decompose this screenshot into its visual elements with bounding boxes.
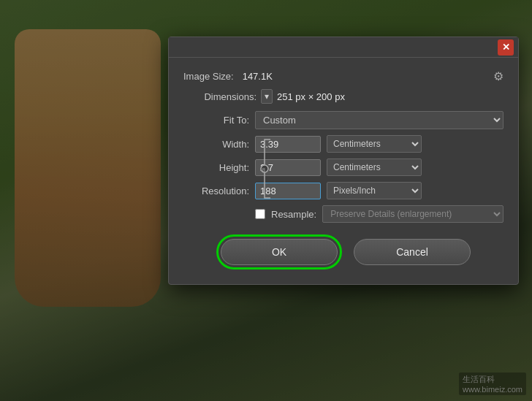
dimensions-label: Dimensions: (183, 91, 256, 102)
settings-icon[interactable]: ⚙ (493, 69, 503, 83)
dialog-buttons: OK Cancel (183, 234, 503, 270)
close-button[interactable]: ✕ (498, 39, 514, 56)
fit-to-dropdown[interactable]: Custom Original Size Letter Legal A4 (255, 111, 503, 129)
image-size-dialog: ✕ Image Size: 147.1K ⚙ Dimensions: ▾ 251… (168, 37, 519, 285)
svg-text:8: 8 (262, 167, 266, 173)
fit-to-row: Fit To: Custom Original Size Letter Lega… (183, 111, 503, 129)
resolution-row: Resolution: Pixels/Inch Pixels/Centimete… (183, 182, 503, 199)
cancel-button[interactable]: Cancel (354, 239, 471, 265)
image-size-label: Image Size: (183, 71, 234, 82)
dimensions-row: Dimensions: ▾ 251 px × 200 px (183, 89, 503, 104)
ok-button-highlight: OK (216, 234, 342, 270)
width-label: Width: (183, 139, 249, 150)
resample-row: Resample: Preserve Details (enlargement)… (183, 205, 503, 223)
link-bracket-icon: 8 (259, 137, 273, 202)
ok-button[interactable]: OK (221, 239, 338, 265)
height-label: Height: (183, 162, 249, 173)
resample-checkbox[interactable] (255, 209, 265, 219)
dimensions-unit-dropdown[interactable]: ▾ (261, 89, 273, 104)
height-unit-dropdown[interactable]: Centimeters Inches Pixels Millimeters (327, 159, 422, 176)
width-unit-dropdown[interactable]: Centimeters Inches Pixels Millimeters (327, 135, 422, 153)
width-row: Width: Centimeters Inches Pixels Millime… (183, 135, 503, 153)
dimensions-value: 251 px × 200 px (277, 91, 345, 102)
resample-text-label: Resample: (271, 209, 316, 220)
resolution-unit-dropdown[interactable]: Pixels/Inch Pixels/Centimeter (327, 182, 422, 199)
dialog-body: Image Size: 147.1K ⚙ Dimensions: ▾ 251 p… (169, 58, 518, 284)
image-size-value: 147.1K (243, 71, 273, 82)
fit-to-label: Fit To: (183, 115, 249, 126)
image-size-info: Image Size: 147.1K (183, 71, 273, 82)
height-row: Height: Centimeters Inches Pixels Millim… (183, 159, 503, 176)
resample-method-dropdown[interactable]: Preserve Details (enlargement) Bicubic S… (322, 205, 503, 223)
dialog-titlebar: ✕ (169, 37, 518, 58)
resolution-label: Resolution: (183, 186, 249, 196)
dimension-inputs-section: 8 Width: Centimeters Inches Pixels Milli… (183, 135, 503, 176)
image-size-row: Image Size: 147.1K ⚙ (183, 69, 503, 83)
